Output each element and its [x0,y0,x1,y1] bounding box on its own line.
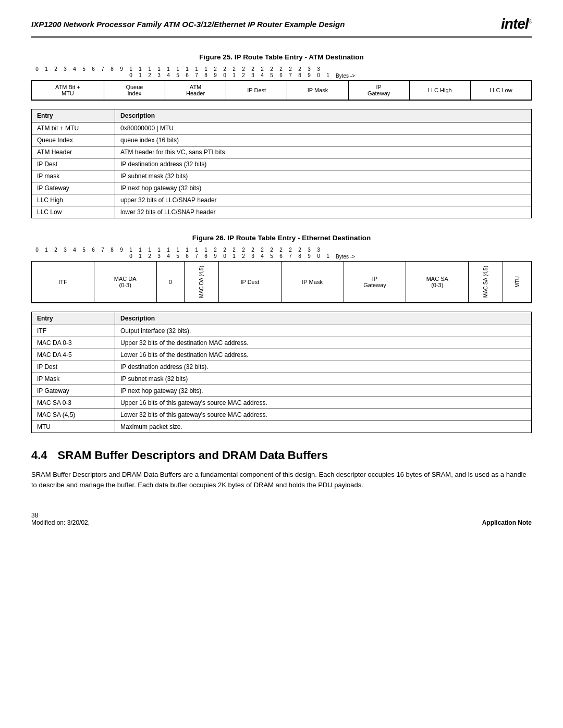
table-row: MAC SA (4,5)Lower 32 bits of this gatewa… [32,409,532,421]
figure26-bytes-label: Bytes -> [336,254,355,260]
desc-cell: Lower 32 bits of this gateway's source M… [115,409,532,421]
entry-cell: MAC DA 0-3 [32,337,115,349]
section-44-title: SRAM Buffer Descriptors and DRAM Data Bu… [58,449,328,462]
eth-header-mac-da-45: MAC DA (4,5) [185,262,219,302]
table-row: IP GatewayIP next hop gateway (32 bits) [32,182,532,194]
figure25-title: Figure 25. IP Route Table Entry - ATM De… [31,53,532,61]
figure25-header-row: ATM Bit + MTU Queue Index ATM Header IP … [32,81,531,100]
entry-cell: IP mask [32,170,115,182]
page-number: 38 [31,512,90,519]
entry-cell: MAC SA (4,5) [32,409,115,421]
mac-da-45-label: MAC DA (4,5) [198,264,205,300]
table-row: LLC Lowlower 32 bits of LLC/SNAP header [32,206,532,218]
figure25-header-table: ATM Bit + MTU Queue Index ATM Header IP … [31,80,532,101]
mac-sa-45-label: MAC SA (4,5) [482,264,489,300]
figure25-entry-header: Entry [32,109,115,122]
figure25-bytes-label: Bytes -> [336,73,355,79]
entry-cell: IP Gateway [32,385,115,397]
figure25-bit-numbers: 0 1 2 3 4 5 6 7 8 9 1 1 1 1 1 1 [31,66,532,79]
entry-cell: MTU [32,421,115,433]
table-row: MAC DA 4-5Lower 16 bits of the destinati… [32,349,532,361]
page-header: IXP1200 Network Processor Family ATM OC-… [31,16,532,38]
eth-header-ip-dest: IP Dest [219,262,282,302]
eth-header-itf: ITF [32,262,94,302]
entry-cell: ITF [32,325,115,337]
table-row: MAC SA 0-3Upper 16 bits of this gateway'… [32,397,532,409]
table-row: IP maskIP subnet mask (32 bits) [32,170,532,182]
atm-header-cell-queue-index: Queue Index [104,81,165,100]
entry-cell: MAC DA 4-5 [32,349,115,361]
figure26-bit-numbers: 0 1 2 3 4 5 6 7 8 9 1 1 1 1 1 1 [31,247,532,260]
desc-cell: Output interface (32 bits). [115,325,532,337]
atm-header-cell-llc-low: LLC Low [471,81,531,100]
figure26-header-table: ITF MAC DA (0-3) 0 MAC DA (4,5) IP Dest … [31,261,532,303]
table-row: IP GatewayIP next hop gateway (32 bits). [32,385,532,397]
desc-cell: Upper 16 bits of this gateway's source M… [115,397,532,409]
desc-cell: Lower 16 bits of the destination MAC add… [115,349,532,361]
entry-cell: LLC High [32,194,115,206]
desc-cell: 0x80000000 | MTU [115,122,532,134]
table-row: ATM bit + MTU0x80000000 | MTU [32,122,532,134]
entry-cell: IP Dest [32,158,115,170]
eth-header-mtu: MTU [503,262,531,302]
atm-header-cell-ip-mask: IP Mask [287,81,348,100]
table-row: ITFOutput interface (32 bits). [32,325,532,337]
modified-date: Modified on: 3/20/02, [31,519,90,526]
desc-cell: IP destination address (32 bits). [115,361,532,373]
table-row: ATM HeaderATM header for this VC, sans P… [32,146,532,158]
footer-left: 38 Modified on: 3/20/02, [31,512,90,526]
desc-cell: queue index (16 bits) [115,134,532,146]
header-title: IXP1200 Network Processor Family ATM OC-… [31,20,345,29]
table-row: LLC Highupper 32 bits of LLC/SNAP header [32,194,532,206]
desc-cell: IP subnet mask (32 bits) [115,373,532,385]
figure25-section: Figure 25. IP Route Table Entry - ATM De… [31,53,532,218]
section-44-heading: 4.4 SRAM Buffer Descriptors and DRAM Dat… [31,449,532,462]
atm-header-cell-atm-header: ATM Header [165,81,226,100]
table-row: Queue Indexqueue index (16 bits) [32,134,532,146]
table-row: MTUMaximum packet size. [32,421,532,433]
footer-app-note: Application Note [482,519,532,526]
section-44: 4.4 SRAM Buffer Descriptors and DRAM Dat… [31,449,532,491]
section-44-number: 4.4 [31,449,47,462]
table-row: IP DestIP destination address (32 bits). [32,361,532,373]
figure26-header-row: ITF MAC DA (0-3) 0 MAC DA (4,5) IP Dest … [32,262,531,303]
table-row: MAC DA 0-3Upper 32 bits of the destinati… [32,337,532,349]
figure26-desc-header: Description [115,312,532,325]
eth-header-mac-sa-03: MAC SA (0-3) [406,262,469,302]
section-44-body: SRAM Buffer Descriptors and DRAM Data Bu… [31,470,532,491]
atm-header-cell-ip-gateway: IP Gateway [349,81,410,100]
desc-cell: IP destination address (32 bits) [115,158,532,170]
desc-cell: ATM header for this VC, sans PTI bits [115,146,532,158]
entry-cell: Queue Index [32,134,115,146]
desc-cell: IP next hop gateway (32 bits) [115,182,532,194]
figure25-desc-table: Entry Description ATM bit + MTU0x8000000… [31,109,532,218]
desc-cell: lower 32 bits of LLC/SNAP header [115,206,532,218]
entry-cell: ATM bit + MTU [32,122,115,134]
table-row: IP MaskIP subnet mask (32 bits) [32,373,532,385]
eth-header-mac-sa-45: MAC SA (4,5) [469,262,503,302]
desc-cell: IP next hop gateway (32 bits). [115,385,532,397]
desc-cell: Maximum packet size. [115,421,532,433]
atm-header-cell-llc-high: LLC High [410,81,471,100]
figure26-desc-table: Entry Description ITFOutput interface (3… [31,312,532,433]
entry-cell: ATM Header [32,146,115,158]
entry-cell: IP Dest [32,361,115,373]
entry-cell: IP Gateway [32,182,115,194]
table-row: IP DestIP destination address (32 bits) [32,158,532,170]
page-footer: 38 Modified on: 3/20/02, Application Not… [31,512,532,526]
intel-logo: intel® [501,16,532,32]
mtu-label: MTU [513,274,521,290]
eth-header-mac-da-03: MAC DA (0-3) [94,262,157,302]
figure26-entry-header: Entry [32,312,115,325]
entry-cell: IP Mask [32,373,115,385]
atm-header-cell-atm-bit-mtu: ATM Bit + MTU [32,81,104,100]
figure26-section: Figure 26. IP Route Table Entry - Ethern… [31,234,532,433]
entry-cell: LLC Low [32,206,115,218]
eth-header-ip-gateway: IP Gateway [344,262,407,302]
desc-cell: IP subnet mask (32 bits) [115,170,532,182]
atm-header-cell-ip-dest: IP Dest [226,81,287,100]
entry-cell: MAC SA 0-3 [32,397,115,409]
desc-cell: Upper 32 bits of the destination MAC add… [115,337,532,349]
figure26-title: Figure 26. IP Route Table Entry - Ethern… [31,234,532,242]
eth-header-zero: 0 [157,262,185,302]
